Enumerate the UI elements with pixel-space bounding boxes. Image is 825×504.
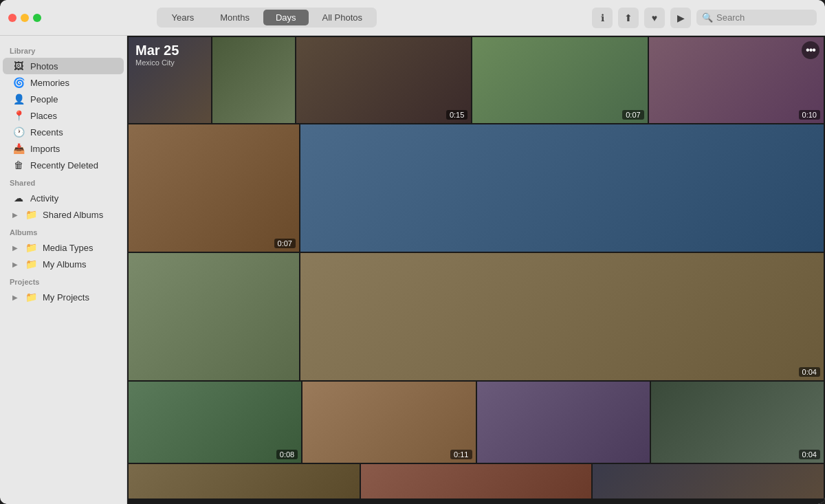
sidebar-places-label: Places <box>30 111 57 121</box>
sidebar-memories-label: Memories <box>30 78 69 88</box>
expand-arrow-projects-icon: ▶ <box>12 294 18 301</box>
search-input[interactable] <box>716 12 806 23</box>
photo-item[interactable]: 0:07 <box>129 124 299 252</box>
photo-item[interactable]: 0:11 <box>302 382 475 463</box>
memories-icon: 🌀 <box>12 77 25 88</box>
sidebar: Library 🖼 Photos 🌀 Memories 👤 People 📍 P… <box>0 36 127 504</box>
sidebar-item-media-types[interactable]: ▶ 📁 Media Types <box>3 239 124 256</box>
expand-arrow-icon: ▶ <box>12 211 18 219</box>
slideshow-button[interactable]: ▶ <box>670 8 691 28</box>
sidebar-item-imports[interactable]: 📥 Imports <box>3 140 124 157</box>
photo-item[interactable]: 0:04 <box>300 253 824 380</box>
photo-area: Mar 25 Mexico City 0:15 0:07 0:10 <box>127 36 825 504</box>
sidebar-my-albums-label: My Albums <box>43 259 87 270</box>
video-duration: 0:10 <box>799 110 820 120</box>
photo-item[interactable] <box>361 464 592 498</box>
activity-icon: ☁ <box>12 193 25 204</box>
main-content: Library 🖼 Photos 🌀 Memories 👤 People 📍 P… <box>0 36 825 504</box>
heart-button[interactable]: ♥ <box>644 8 665 28</box>
sidebar-item-shared-albums[interactable]: ▶ 📁 Shared Albums <box>3 206 124 223</box>
shared-section-label: Shared <box>0 173 126 190</box>
expand-arrow-media-icon: ▶ <box>12 244 18 252</box>
video-duration: 0:04 <box>799 367 820 377</box>
sidebar-activity-label: Activity <box>30 193 58 204</box>
photo-row-1: Mar 25 Mexico City 0:15 0:07 0:10 <box>129 37 824 123</box>
projects-section-label: Projects <box>0 272 126 289</box>
sidebar-item-recently-deleted[interactable]: 🗑 Recently Deleted <box>3 157 124 173</box>
photo-item[interactable]: 0:10 ••• <box>649 37 824 123</box>
info-button[interactable]: ℹ <box>592 8 613 28</box>
video-duration: 0:07 <box>622 110 644 120</box>
recents-icon: 🕐 <box>12 127 25 138</box>
video-duration: 0:15 <box>446 110 468 120</box>
sidebar-media-types-label: Media Types <box>43 243 93 253</box>
view-tabs: Years Months Days All Photos <box>157 8 377 28</box>
title-bar: Years Months Days All Photos ℹ ⬆ ♥ ▶ 🔍 <box>0 0 825 36</box>
video-duration: 0:04 <box>799 450 820 459</box>
tab-days[interactable]: Days <box>263 10 309 25</box>
traffic-lights <box>8 14 41 22</box>
photo-item[interactable]: 0:15 <box>296 37 471 123</box>
sidebar-item-my-albums[interactable]: ▶ 📁 My Albums <box>3 256 124 272</box>
library-section-label: Library <box>0 41 126 58</box>
sidebar-item-activity[interactable]: ☁ Activity <box>3 190 124 206</box>
close-button[interactable] <box>8 14 16 22</box>
places-icon: 📍 <box>12 110 25 121</box>
people-icon: 👤 <box>12 94 25 105</box>
photo-item[interactable] <box>212 37 295 123</box>
search-box[interactable]: 🔍 <box>696 10 817 25</box>
photo-row-4: 0:08 0:11 0:04 <box>129 382 824 463</box>
video-duration: 0:07 <box>274 239 296 248</box>
albums-section-label: Albums <box>0 223 126 239</box>
share-button[interactable]: ⬆ <box>618 8 639 28</box>
sidebar-item-photos[interactable]: 🖼 Photos <box>3 58 124 74</box>
photo-mosaic: Mar 25 Mexico City 0:15 0:07 0:10 <box>127 36 825 501</box>
sidebar-recently-deleted-label: Recently Deleted <box>30 160 98 171</box>
photo-item[interactable]: 0:07 <box>472 37 647 123</box>
date-overlay: Mar 25 Mexico City <box>129 37 186 72</box>
photo-item[interactable]: 0:04 <box>651 382 824 463</box>
tab-all-photos[interactable]: All Photos <box>310 10 375 25</box>
video-duration: 0:08 <box>276 450 298 459</box>
main-window: Years Months Days All Photos ℹ ⬆ ♥ ▶ 🔍 L… <box>0 0 825 504</box>
media-types-icon: 📁 <box>25 242 37 253</box>
sidebar-photos-label: Photos <box>30 61 58 72</box>
sidebar-shared-albums-label: Shared Albums <box>43 210 103 220</box>
sidebar-people-label: People <box>30 94 58 105</box>
photo-row-5 <box>129 464 824 498</box>
photos-icon: 🖼 <box>12 61 25 72</box>
photo-row-3: 0:04 <box>129 253 824 380</box>
sidebar-item-people[interactable]: 👤 People <box>3 91 124 107</box>
sidebar-recents-label: Recents <box>30 127 63 138</box>
photo-item[interactable] <box>129 253 299 380</box>
sidebar-item-places[interactable]: 📍 Places <box>3 107 124 124</box>
search-icon: 🔍 <box>702 12 713 23</box>
photo-date: Mar 25 <box>135 43 179 58</box>
photo-row-2: 0:07 <box>129 124 824 252</box>
expand-arrow-albums-icon: ▶ <box>12 261 18 268</box>
video-duration: 0:11 <box>450 450 472 459</box>
photo-item[interactable] <box>593 464 824 498</box>
sidebar-imports-label: Imports <box>30 144 60 154</box>
photo-item[interactable]: Mar 25 Mexico City <box>129 37 211 123</box>
sidebar-my-projects-label: My Projects <box>43 292 89 303</box>
sidebar-item-recents[interactable]: 🕐 Recents <box>3 124 124 140</box>
my-projects-icon: 📁 <box>25 292 37 303</box>
shared-albums-icon: 📁 <box>25 209 37 220</box>
sidebar-item-my-projects[interactable]: ▶ 📁 My Projects <box>3 289 124 305</box>
sidebar-item-memories[interactable]: 🌀 Memories <box>3 74 124 91</box>
minimize-button[interactable] <box>21 14 29 22</box>
more-icon: ••• <box>806 44 815 56</box>
imports-icon: 📥 <box>12 143 25 154</box>
tab-years[interactable]: Years <box>159 10 206 25</box>
tab-months[interactable]: Months <box>208 10 262 25</box>
photo-item[interactable] <box>477 382 650 463</box>
more-button[interactable]: ••• <box>802 41 820 59</box>
trash-icon: 🗑 <box>12 160 25 171</box>
photo-item[interactable] <box>129 464 360 498</box>
my-albums-icon: 📁 <box>25 259 37 270</box>
fullscreen-button[interactable] <box>33 14 41 22</box>
toolbar-right: ℹ ⬆ ♥ ▶ 🔍 <box>592 8 817 28</box>
photo-item[interactable]: 0:08 <box>129 382 301 463</box>
photo-item[interactable] <box>300 124 824 252</box>
